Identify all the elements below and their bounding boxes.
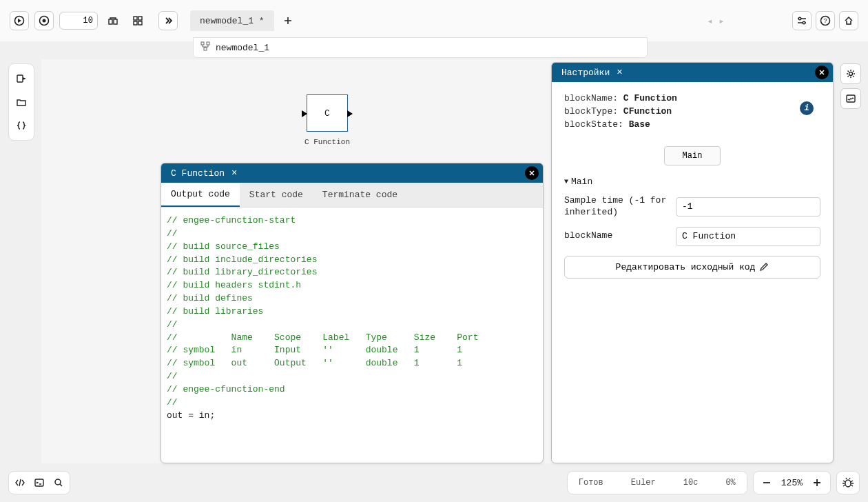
svg-rect-9 [138,21,142,25]
search-icon[interactable] [49,473,68,492]
svg-rect-5 [114,19,117,24]
bottom-bar: Готов Euler 10с 0% 125% [8,469,860,496]
tab-output-code[interactable]: Output code [161,183,240,207]
left-toolbar [8,63,34,141]
svg-point-3 [43,19,46,23]
info-icon[interactable]: i [800,101,814,115]
sample-time-input[interactable] [676,197,820,217]
svg-point-10 [798,17,801,20]
model-tree-icon[interactable] [200,41,210,54]
meta-blockstate: blockState: Base [564,119,820,130]
status-ready: Готов [579,478,603,488]
file-tab[interactable]: newmodel_1 * [190,10,274,31]
svg-rect-21 [35,479,43,486]
block-label: C Function [293,138,362,146]
block-letter: C [324,108,330,119]
breadcrumb-text[interactable]: newmodel_1 [216,43,269,53]
library-icon[interactable] [103,11,123,30]
status-pill: Готов Euler 10с 0% [567,471,747,494]
sim-time-input[interactable] [59,12,98,30]
blockname-input[interactable] [676,227,820,246]
svg-rect-4 [109,19,112,24]
pencil-icon [759,262,769,272]
code-icon[interactable] [10,473,30,492]
top-toolbar: newmodel_1 * ◂ ▸ ? [0,0,868,41]
svg-rect-16 [204,48,207,50]
settings-sliders-icon[interactable] [792,11,812,30]
svg-rect-14 [201,42,204,45]
code-editor-panel: C Function × Output code Start code Term… [161,163,544,463]
settings-close-icon[interactable] [815,66,829,79]
svg-point-22 [55,479,61,485]
blockname-row: blockName [564,227,820,246]
blockname-label: blockName [564,230,668,242]
tab-strip: newmodel_1 * ◂ ▸ [190,10,298,31]
settings-body: blockName: C Function blockType: CFuncti… [552,82,833,290]
sample-time-label: Sample time (-1 for inherited) [564,195,668,219]
tab-close-icon[interactable]: × [231,168,237,179]
play-button[interactable] [10,11,29,30]
svg-text:?: ? [823,17,827,24]
tab-nav-arrows[interactable]: ◂ ▸ [707,15,724,27]
code-tabs: Output code Start code Terminate code [161,183,543,208]
scope-icon[interactable] [840,88,861,109]
zoom-in-button[interactable] [809,475,825,490]
run-model-icon[interactable] [9,67,34,90]
zoom-out-button[interactable] [759,475,774,490]
svg-point-23 [845,480,851,487]
breadcrumb: newmodel_1 [193,37,648,58]
svg-point-11 [803,21,805,24]
zoom-value: 125% [781,478,803,488]
meta-blockname: blockName: C Function [564,93,820,103]
top-right-controls: ? [792,11,858,30]
zoom-controls: 125% [753,471,831,494]
help-icon[interactable]: ? [816,11,835,30]
status-progress: 0% [725,478,735,488]
status-method: Euler [631,478,656,488]
right-toolbar [840,63,862,109]
code-panel-header[interactable]: C Function × [161,163,543,183]
gear-icon[interactable] [840,63,861,84]
svg-rect-6 [134,17,137,20]
main-mode-button[interactable]: Main [664,146,721,165]
sample-time-row: Sample time (-1 for inherited) [564,195,820,219]
svg-marker-1 [18,19,21,23]
bottom-left-tools [8,471,70,494]
tab-terminate-code[interactable]: Terminate code [313,183,407,207]
edit-source-button[interactable]: Редактировать исходный код [564,256,820,279]
settings-title: Настройки [559,68,612,78]
svg-rect-8 [134,21,137,25]
expand-button[interactable] [158,11,178,30]
svg-point-19 [849,72,853,76]
output-port-icon[interactable] [347,110,353,117]
sim-controls [10,11,178,30]
terminal-icon[interactable] [30,473,49,492]
code-panel-title: C Function [168,168,227,179]
braces-icon[interactable] [9,114,34,137]
input-port-icon[interactable] [302,110,307,117]
svg-marker-18 [23,77,26,80]
meta-blocktype: blockType: CFunction [564,106,820,117]
open-folder-icon[interactable] [9,90,34,114]
status-duration: 10с [683,478,699,488]
c-function-block[interactable]: C [307,94,348,132]
settings-tab-close-icon[interactable]: × [617,67,622,78]
svg-rect-15 [207,42,209,45]
file-tab-label: newmodel_1 * [200,16,265,26]
tab-start-code[interactable]: Start code [240,183,313,207]
stop-button[interactable] [34,11,54,30]
caret-down-icon: ▼ [564,178,568,185]
blocks-icon[interactable] [128,11,147,30]
settings-panel: Настройки × blockName: C Function blockT… [551,62,834,463]
add-tab-button[interactable] [278,11,298,30]
section-main[interactable]: ▼ Main [564,177,820,187]
home-icon[interactable] [839,11,858,30]
code-body[interactable]: // engee-cfunction-start // // build sou… [161,208,543,463]
settings-header[interactable]: Настройки × [552,63,833,82]
svg-rect-17 [17,75,23,82]
svg-rect-7 [138,17,142,20]
panel-close-icon[interactable] [525,166,539,180]
debug-icon[interactable] [836,471,860,494]
